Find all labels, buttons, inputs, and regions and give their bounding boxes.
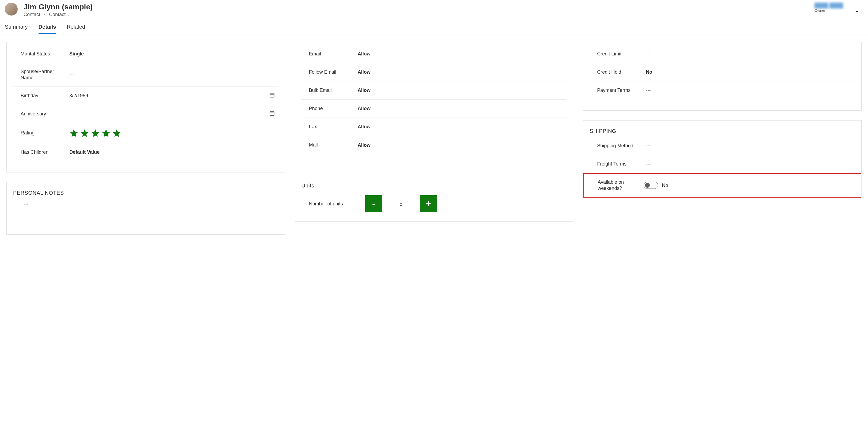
freight-terms-label: Freight Terms [590, 161, 643, 167]
entity-name: Contact [24, 12, 40, 18]
units-increment-button[interactable]: + [420, 195, 437, 212]
personal-card: Marital Status Single Spouse/Partner Nam… [6, 42, 285, 173]
owner-block[interactable]: ████ ████ Owner [814, 3, 843, 12]
shipping-method-value: --- [643, 143, 855, 149]
toggle-knob [645, 183, 650, 188]
chevron-down-icon: ⌄ [67, 12, 70, 17]
units-label: Number of units [309, 201, 365, 207]
units-value[interactable]: 5 [382, 200, 420, 207]
owner-label: Owner [814, 8, 843, 12]
highlighted-row: Available on weekends? No [583, 173, 861, 198]
weekends-value: No [662, 183, 668, 188]
tab-related[interactable]: Related [67, 24, 85, 34]
rating-stars[interactable] [67, 128, 278, 138]
shipping-card: SHIPPING Shipping Method --- Freight Ter… [583, 120, 862, 198]
record-title: Jim Glynn (sample) [24, 3, 814, 11]
mail-value: Allow [355, 143, 567, 148]
column-2: Email Allow Follow Email Allow Bulk Emai… [295, 42, 574, 222]
personal-notes-heading: PERSONAL NOTES [13, 190, 278, 196]
credit-limit-label: Credit Limit [590, 51, 643, 57]
birthday-value: 3/2/1959 [67, 93, 266, 98]
form-body: Marital Status Single Spouse/Partner Nam… [0, 34, 868, 245]
credit-limit-value: --- [643, 51, 855, 57]
follow-email-label: Follow Email [302, 69, 355, 75]
row-email[interactable]: Email Allow [302, 45, 567, 63]
title-block: Jim Glynn (sample) Contact · Contact ⌄ [24, 3, 814, 18]
anniversary-value: --- [67, 111, 266, 117]
header-expand-chevron[interactable]: ⌄ [854, 3, 860, 14]
page-header: Jim Glynn (sample) Contact · Contact ⌄ █… [0, 0, 868, 18]
row-anniversary[interactable]: Anniversary --- [13, 105, 278, 123]
freight-terms-value: --- [643, 161, 855, 167]
rating-label: Rating [13, 130, 67, 136]
separator-dot: · [44, 12, 45, 18]
tab-details[interactable]: Details [38, 24, 56, 34]
units-stepper: - 5 + [365, 195, 437, 212]
form-selector[interactable]: Contact ⌄ [49, 12, 70, 18]
row-fax[interactable]: Fax Allow [302, 118, 567, 136]
svg-rect-0 [270, 93, 274, 97]
marital-status-value: Single [67, 51, 278, 57]
star-icon[interactable] [69, 128, 79, 138]
birthday-label: Birthday [13, 93, 67, 99]
spouse-label: Spouse/Partner Name [13, 68, 67, 81]
row-credit-hold[interactable]: Credit Hold No [590, 63, 855, 82]
avatar[interactable] [5, 3, 18, 16]
credit-hold-value: No [643, 69, 855, 75]
toggle-track[interactable] [644, 182, 658, 189]
calendar-icon[interactable] [266, 110, 278, 118]
marital-status-label: Marital Status [13, 51, 67, 57]
units-card: Units Number of units - 5 + [295, 175, 574, 222]
svg-rect-4 [270, 112, 274, 115]
payment-terms-label: Payment Terms [590, 87, 643, 93]
shipping-method-label: Shipping Method [590, 143, 643, 149]
has-children-value: Default Value [67, 149, 278, 155]
tab-summary[interactable]: Summary [5, 24, 28, 34]
column-1: Marital Status Single Spouse/Partner Nam… [6, 42, 285, 235]
email-value: Allow [355, 51, 567, 57]
row-bulk-email[interactable]: Bulk Email Allow [302, 82, 567, 100]
star-icon[interactable] [101, 128, 111, 138]
row-phone[interactable]: Phone Allow [302, 100, 567, 118]
form-tabs: Summary Details Related [0, 18, 868, 34]
row-has-children[interactable]: Has Children Default Value [13, 143, 278, 161]
phone-label: Phone [302, 105, 355, 112]
email-label: Email [302, 51, 355, 57]
credit-hold-label: Credit Hold [590, 69, 643, 75]
row-marital-status[interactable]: Marital Status Single [13, 45, 278, 63]
follow-email-value: Allow [355, 69, 567, 75]
personal-notes-card: PERSONAL NOTES --- [6, 182, 285, 235]
row-birthday[interactable]: Birthday 3/2/1959 [13, 87, 278, 105]
has-children-label: Has Children [13, 149, 67, 155]
star-icon[interactable] [112, 128, 121, 138]
bulk-email-value: Allow [355, 88, 567, 93]
row-available-weekends[interactable]: Available on weekends? No [590, 174, 854, 197]
anniversary-label: Anniversary [13, 111, 67, 117]
row-mail[interactable]: Mail Allow [302, 136, 567, 154]
personal-notes-value[interactable]: --- [13, 199, 278, 223]
calendar-icon[interactable] [266, 92, 278, 99]
row-shipping-method[interactable]: Shipping Method --- [590, 137, 855, 155]
bulk-email-label: Bulk Email [302, 87, 355, 93]
column-3: Credit Limit --- Credit Hold No Payment … [583, 42, 862, 198]
units-decrement-button[interactable]: - [365, 195, 382, 212]
row-freight-terms[interactable]: Freight Terms --- [590, 155, 855, 173]
fax-label: Fax [302, 124, 355, 130]
row-follow-email[interactable]: Follow Email Allow [302, 63, 567, 82]
contact-prefs-card: Email Allow Follow Email Allow Bulk Emai… [295, 42, 574, 165]
star-icon[interactable] [91, 128, 100, 138]
row-payment-terms[interactable]: Payment Terms --- [590, 82, 855, 100]
row-credit-limit[interactable]: Credit Limit --- [590, 45, 855, 63]
fax-value: Allow [355, 124, 567, 130]
owner-name-redacted: ████ ████ [814, 3, 843, 8]
mail-label: Mail [302, 142, 355, 148]
billing-card: Credit Limit --- Credit Hold No Payment … [583, 42, 862, 111]
row-rating[interactable]: Rating [13, 123, 278, 143]
spouse-value: --- [67, 72, 278, 78]
weekends-toggle[interactable]: No [644, 182, 668, 189]
row-spouse[interactable]: Spouse/Partner Name --- [13, 63, 278, 87]
star-icon[interactable] [80, 128, 89, 138]
weekends-label: Available on weekends? [590, 179, 644, 192]
phone-value: Allow [355, 106, 567, 112]
units-heading: Units [302, 183, 567, 189]
